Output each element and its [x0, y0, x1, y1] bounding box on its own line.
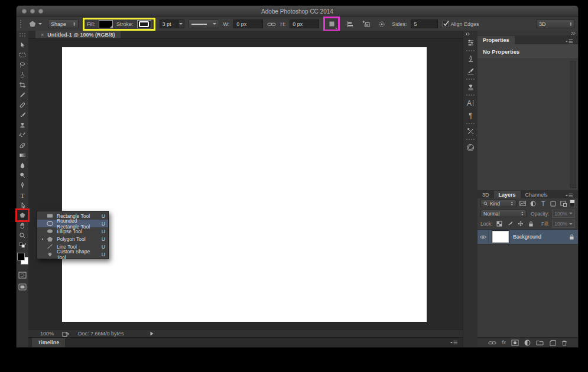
filter-smart-objects-icon[interactable] — [560, 201, 567, 207]
layer-visibility-toggle[interactable] — [477, 230, 489, 244]
filter-pixel-layers-icon[interactable] — [519, 201, 527, 206]
layer-style-icon[interactable]: fx — [502, 340, 506, 345]
layer-row-background[interactable]: Background — [477, 230, 578, 244]
stroke-color-swatch[interactable] — [137, 20, 151, 28]
tab-channels[interactable]: Channels — [521, 191, 553, 198]
new-adjustment-layer-icon[interactable] — [524, 340, 531, 346]
zoom-tool-button[interactable] — [17, 230, 28, 240]
link-dimensions-icon[interactable] — [267, 22, 276, 27]
add-layer-mask-icon[interactable] — [511, 340, 519, 346]
opacity-value-box[interactable]: 100% — [552, 210, 575, 218]
zoom-level[interactable]: 100% — [40, 331, 54, 337]
stroke-width-input[interactable]: 3 pt — [160, 19, 178, 28]
link-layers-icon[interactable] — [488, 341, 496, 345]
tool-mode-select[interactable]: Shape ▲▼ — [48, 19, 79, 28]
minimize-window-button[interactable] — [30, 9, 35, 14]
delete-layer-icon[interactable] — [561, 340, 567, 346]
pen-tool-button[interactable] — [17, 180, 28, 190]
tab-3d[interactable]: 3D — [477, 191, 494, 198]
quick-mask-button[interactable] — [17, 270, 28, 280]
tab-properties[interactable]: Properties — [477, 36, 515, 44]
clone-source-panel-button[interactable] — [464, 81, 477, 93]
blur-tool-button[interactable] — [17, 160, 28, 170]
document-tab[interactable]: × Untitled-1 @ 100% (RGB/8) — [35, 31, 121, 38]
filter-shape-layers-icon[interactable] — [550, 201, 557, 207]
new-group-icon[interactable] — [536, 340, 544, 345]
move-tool-button[interactable] — [17, 40, 28, 50]
dodge-tool-button[interactable] — [17, 170, 28, 180]
layer-name[interactable]: Background — [513, 234, 565, 240]
history-brush-tool-button[interactable] — [17, 130, 28, 140]
export-icon[interactable] — [62, 331, 70, 337]
zoom-window-button[interactable] — [38, 9, 43, 14]
lock-pixels-icon[interactable] — [506, 221, 514, 227]
tab-layers[interactable]: Layers — [494, 191, 521, 198]
layers-menu-icon[interactable] — [566, 193, 573, 198]
screen-mode-button[interactable] — [17, 282, 28, 292]
blend-mode-select[interactable]: Normal ▲▼ — [480, 210, 527, 217]
cc-libraries-panel-button[interactable] — [464, 141, 477, 154]
filter-type-layers-icon[interactable]: T — [540, 201, 547, 207]
tool-presets-panel-button[interactable] — [464, 125, 477, 138]
eraser-tool-button[interactable] — [17, 140, 28, 150]
adjustments-panel-button[interactable] — [464, 37, 477, 49]
gradient-tool-button[interactable] — [17, 150, 28, 160]
fill-value-box[interactable]: 100% — [552, 220, 575, 228]
width-input[interactable]: 0 px — [233, 19, 263, 28]
align-edges-control[interactable]: Align Edges — [442, 21, 479, 27]
stroke-width-control[interactable]: 3 pt — [160, 19, 184, 28]
menu-item-rounded-rectangle-tool[interactable]: Rounded Rectangle Tool U — [37, 220, 108, 227]
align-edges-checkbox[interactable] — [442, 21, 449, 27]
clone-stamp-tool-button[interactable] — [17, 120, 28, 130]
paragraph-panel-button[interactable]: ¶ — [464, 109, 477, 122]
menu-item-polygon-tool[interactable]: Polygon Tool U — [37, 235, 108, 243]
lasso-tool-button[interactable] — [17, 60, 28, 70]
close-window-button[interactable] — [22, 9, 27, 14]
path-operations-button[interactable] — [326, 19, 337, 29]
path-arrangement-button[interactable] — [360, 19, 372, 29]
brush-settings-panel-button[interactable] — [464, 65, 477, 77]
close-document-icon[interactable]: × — [41, 32, 44, 38]
spot-healing-tool-button[interactable] — [17, 100, 28, 110]
panels-collapse-icon[interactable] — [477, 31, 578, 35]
tool-preset-picker[interactable] — [26, 19, 44, 29]
filter-toggle-switch[interactable] — [570, 200, 575, 207]
timeline-menu-icon[interactable] — [450, 340, 458, 345]
swap-colors-button[interactable] — [17, 242, 28, 249]
properties-menu-icon[interactable] — [566, 39, 573, 44]
path-alignment-button[interactable] — [344, 19, 356, 29]
status-flyout-icon[interactable] — [150, 331, 154, 336]
filter-adjustment-layers-icon[interactable] — [529, 201, 537, 207]
geometry-options-button[interactable] — [376, 19, 388, 29]
shape-tool-button[interactable] — [17, 210, 28, 220]
eyedropper-tool-button[interactable] — [17, 90, 28, 100]
hand-tool-button[interactable] — [17, 220, 28, 230]
stroke-style-select[interactable] — [189, 19, 219, 28]
marquee-tool-button[interactable] — [17, 50, 28, 60]
stroke-width-caret[interactable] — [178, 19, 184, 28]
brush-tool-button[interactable] — [17, 110, 28, 120]
fill-color-swatch[interactable] — [99, 20, 113, 28]
menu-item-ellipse-tool[interactable]: Ellipse Tool U — [37, 227, 108, 235]
lock-all-icon[interactable] — [527, 221, 535, 227]
sides-input[interactable]: 5 — [411, 19, 438, 28]
brush-presets-panel-button[interactable] — [464, 53, 477, 65]
height-input[interactable]: 0 px — [290, 19, 319, 28]
quick-selection-tool-button[interactable] — [17, 70, 28, 80]
layer-thumbnail[interactable] — [492, 231, 509, 243]
character-panel-button[interactable]: A — [464, 97, 477, 109]
crop-tool-button[interactable] — [17, 80, 28, 90]
dock-collapse-icon[interactable] — [463, 31, 470, 37]
properties-scrollbar[interactable] — [570, 61, 576, 188]
path-selection-tool-button[interactable] — [17, 200, 28, 210]
options-bar-grip[interactable] — [20, 20, 21, 28]
menu-item-custom-shape-tool[interactable]: Custom Shape Tool U — [37, 250, 108, 258]
document-canvas[interactable] — [62, 47, 427, 322]
new-layer-icon[interactable] — [549, 340, 556, 346]
lock-transparency-icon[interactable] — [495, 221, 503, 227]
timeline-tab[interactable]: Timeline — [32, 338, 65, 347]
tools-grip[interactable] — [20, 33, 25, 34]
foreground-color-swatch[interactable] — [17, 253, 25, 260]
type-tool-button[interactable]: T — [17, 190, 28, 200]
lock-position-icon[interactable] — [516, 221, 524, 227]
